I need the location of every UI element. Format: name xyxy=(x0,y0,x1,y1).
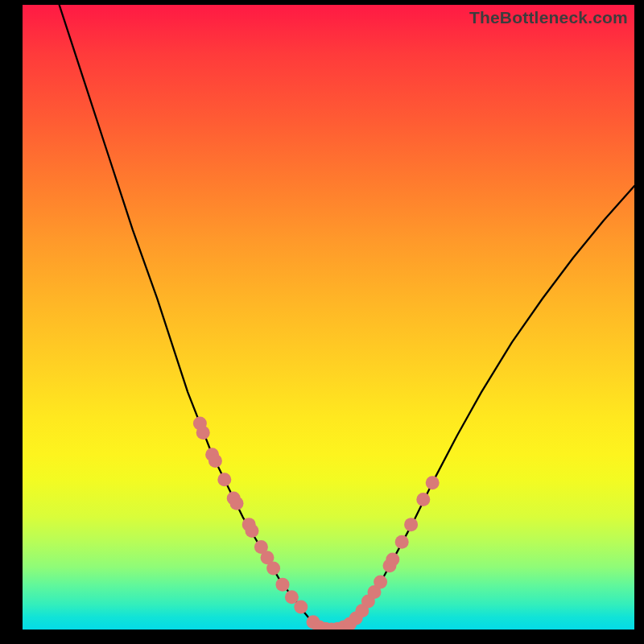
curve-layer xyxy=(60,5,634,630)
data-point xyxy=(426,476,440,489)
chart-svg xyxy=(23,5,634,630)
bottleneck-curve xyxy=(60,5,634,630)
data-point xyxy=(395,535,409,549)
data-point xyxy=(217,473,231,486)
data-point xyxy=(294,601,308,614)
data-point xyxy=(276,578,290,592)
data-point xyxy=(404,518,418,531)
data-point xyxy=(246,524,259,538)
data-point xyxy=(196,426,210,440)
data-point xyxy=(208,454,222,468)
points-layer xyxy=(193,416,440,630)
chart-frame: TheBottleneck.com xyxy=(23,5,634,630)
data-point xyxy=(266,561,280,575)
data-point xyxy=(230,497,244,510)
data-point xyxy=(416,493,430,506)
data-point xyxy=(386,553,399,567)
data-point xyxy=(374,576,387,589)
